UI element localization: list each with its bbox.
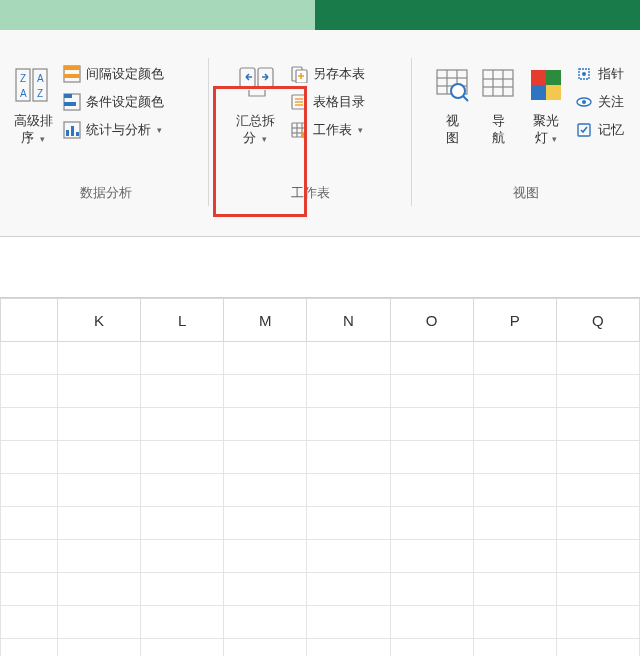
interval-color-button[interactable]: 间隔设定颜色 (62, 64, 164, 84)
col-header-L[interactable]: L (141, 299, 224, 342)
cell[interactable] (58, 408, 141, 441)
cell[interactable] (58, 540, 141, 573)
cell[interactable] (1, 441, 58, 474)
cell[interactable] (1, 540, 58, 573)
cell[interactable] (1, 342, 58, 375)
cell[interactable] (1, 606, 58, 639)
pointer-button[interactable]: 指针 (574, 64, 624, 84)
cell[interactable] (473, 540, 556, 573)
cell[interactable] (224, 474, 307, 507)
cell[interactable] (1, 408, 58, 441)
cell[interactable] (556, 573, 639, 606)
col-header-K[interactable]: K (58, 299, 141, 342)
cell[interactable] (307, 474, 390, 507)
cell[interactable] (390, 573, 473, 606)
cell[interactable] (556, 441, 639, 474)
cell[interactable] (141, 540, 224, 573)
cell[interactable] (556, 639, 639, 657)
cell[interactable] (224, 639, 307, 657)
cell[interactable] (307, 441, 390, 474)
cell[interactable] (58, 474, 141, 507)
view-button[interactable]: 视 图 (432, 58, 472, 146)
col-header-P[interactable]: P (473, 299, 556, 342)
col-header-M[interactable]: M (224, 299, 307, 342)
cell[interactable] (390, 342, 473, 375)
cell[interactable] (141, 507, 224, 540)
formula-bar-area[interactable] (0, 237, 640, 298)
cell[interactable] (307, 606, 390, 639)
row-header-corner[interactable] (1, 299, 58, 342)
cell[interactable] (141, 639, 224, 657)
cell[interactable] (556, 606, 639, 639)
cell[interactable] (307, 408, 390, 441)
cell[interactable] (1, 375, 58, 408)
cell[interactable] (224, 540, 307, 573)
cell[interactable] (224, 342, 307, 375)
cell[interactable] (224, 375, 307, 408)
cell[interactable] (1, 474, 58, 507)
follow-button[interactable]: 关注 (574, 92, 624, 112)
cell[interactable] (556, 540, 639, 573)
cell[interactable] (473, 573, 556, 606)
cell[interactable] (224, 606, 307, 639)
cell[interactable] (390, 441, 473, 474)
cell[interactable] (224, 573, 307, 606)
cell[interactable] (473, 474, 556, 507)
cell[interactable] (141, 606, 224, 639)
cell[interactable] (307, 342, 390, 375)
cell[interactable] (141, 573, 224, 606)
save-as-button[interactable]: 另存本表 (289, 64, 365, 84)
cell[interactable] (473, 639, 556, 657)
cell[interactable] (390, 540, 473, 573)
cell[interactable] (1, 507, 58, 540)
cell[interactable] (141, 441, 224, 474)
cell[interactable] (141, 474, 224, 507)
cell[interactable] (390, 639, 473, 657)
stats-analysis-button[interactable]: 统计与分析 ▾ (62, 120, 164, 140)
cell[interactable] (390, 375, 473, 408)
cell[interactable] (307, 639, 390, 657)
cell[interactable] (58, 573, 141, 606)
record-button[interactable]: 记忆 (574, 120, 624, 140)
spotlight-button[interactable]: 聚光 灯 ▾ (524, 58, 568, 148)
cell[interactable] (224, 507, 307, 540)
cell[interactable] (390, 606, 473, 639)
cell[interactable] (473, 606, 556, 639)
cell[interactable] (224, 441, 307, 474)
cell[interactable] (390, 474, 473, 507)
cell[interactable] (556, 408, 639, 441)
cell[interactable] (1, 573, 58, 606)
cond-color-button[interactable]: 条件设定颜色 (62, 92, 164, 112)
cell[interactable] (1, 639, 58, 657)
cell[interactable] (473, 375, 556, 408)
advanced-sort-button[interactable]: Z A A Z 高级排 序 ▾ (10, 58, 56, 148)
cell[interactable] (556, 375, 639, 408)
cell[interactable] (390, 408, 473, 441)
summary-split-button[interactable]: 汇总拆 分 ▾ (227, 58, 283, 148)
cell[interactable] (58, 606, 141, 639)
cell[interactable] (58, 375, 141, 408)
cell[interactable] (473, 408, 556, 441)
col-header-Q[interactable]: Q (556, 299, 639, 342)
cell[interactable] (390, 507, 473, 540)
worksheet-button[interactable]: 工作表 ▾ (289, 120, 365, 140)
nav-button[interactable]: 导 航 (478, 58, 518, 146)
cell[interactable] (58, 342, 141, 375)
cell[interactable] (473, 342, 556, 375)
cell[interactable] (58, 507, 141, 540)
cell[interactable] (556, 474, 639, 507)
cell[interactable] (307, 375, 390, 408)
cell[interactable] (473, 507, 556, 540)
cell[interactable] (556, 507, 639, 540)
cell[interactable] (473, 441, 556, 474)
toc-button[interactable]: 表格目录 (289, 92, 365, 112)
cell[interactable] (141, 375, 224, 408)
cell[interactable] (141, 408, 224, 441)
cell[interactable] (58, 441, 141, 474)
col-header-N[interactable]: N (307, 299, 390, 342)
col-header-O[interactable]: O (390, 299, 473, 342)
cell[interactable] (307, 540, 390, 573)
cell[interactable] (307, 573, 390, 606)
cell[interactable] (224, 408, 307, 441)
cell[interactable] (58, 639, 141, 657)
